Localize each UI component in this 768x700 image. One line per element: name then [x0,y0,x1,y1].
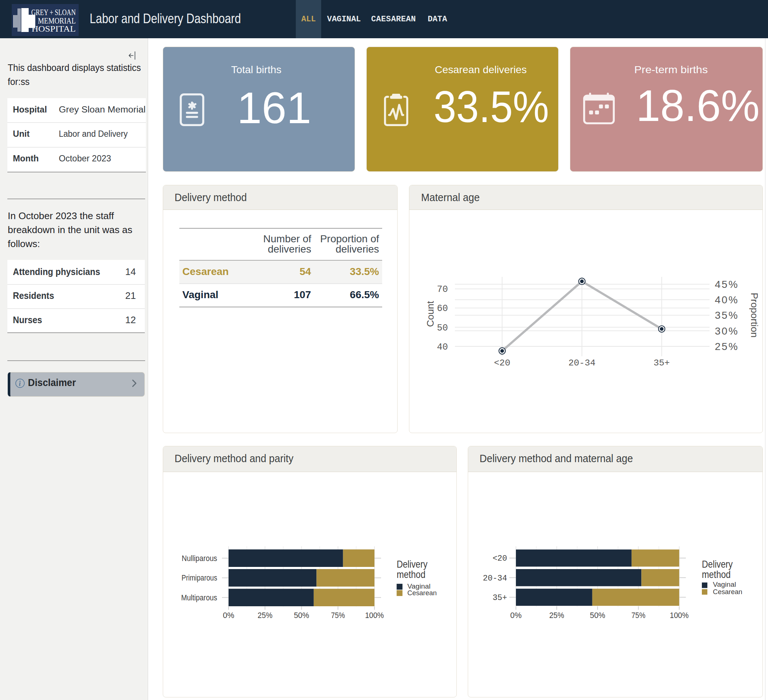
svg-text:30%: 30% [715,325,739,337]
svg-text:Nulliparous: Nulliparous [182,554,217,563]
svg-text:75%: 75% [331,611,345,620]
svg-text:Proportion: Proportion [749,293,760,338]
svg-text:70: 70 [437,284,448,295]
svg-text:Primiparous: Primiparous [182,573,217,582]
svg-text:40%: 40% [715,294,739,306]
svg-text:35+: 35+ [493,593,507,602]
svg-text:50%: 50% [294,611,309,620]
svg-text:25%: 25% [549,611,565,620]
svg-text:20-34: 20-34 [483,574,507,583]
svg-text:Count: Count [425,301,436,327]
svg-text:45%: 45% [715,279,739,290]
svg-text:100%: 100% [670,611,689,620]
svg-text:75%: 75% [632,611,646,620]
svg-text:25%: 25% [258,611,273,620]
svg-text:Delivery: Delivery [397,559,427,570]
svg-text:Cesarean: Cesarean [408,589,437,597]
svg-text:0%: 0% [223,611,234,620]
svg-text:25%: 25% [715,341,739,352]
svg-text:HOSPITAL: HOSPITAL [32,24,76,34]
svg-text:50: 50 [437,323,448,333]
svg-text:Vaginal: Vaginal [713,581,736,588]
svg-text:35+: 35+ [654,358,670,368]
svg-text:Cesarean: Cesarean [713,588,742,596]
svg-text:40: 40 [437,342,448,352]
svg-text:Multiparous: Multiparous [181,593,217,602]
svg-text:<20: <20 [494,358,510,368]
svg-text:35%: 35% [715,309,739,321]
svg-text:<20: <20 [493,554,507,563]
svg-text:50%: 50% [590,611,606,620]
svg-text:20-34: 20-34 [568,358,596,368]
svg-text:60: 60 [437,303,448,314]
svg-text:Delivery: Delivery [702,559,733,570]
svg-text:0%: 0% [510,611,522,620]
svg-text:100%: 100% [365,611,384,620]
svg-text:method: method [397,569,425,580]
svg-text:method: method [702,569,731,580]
